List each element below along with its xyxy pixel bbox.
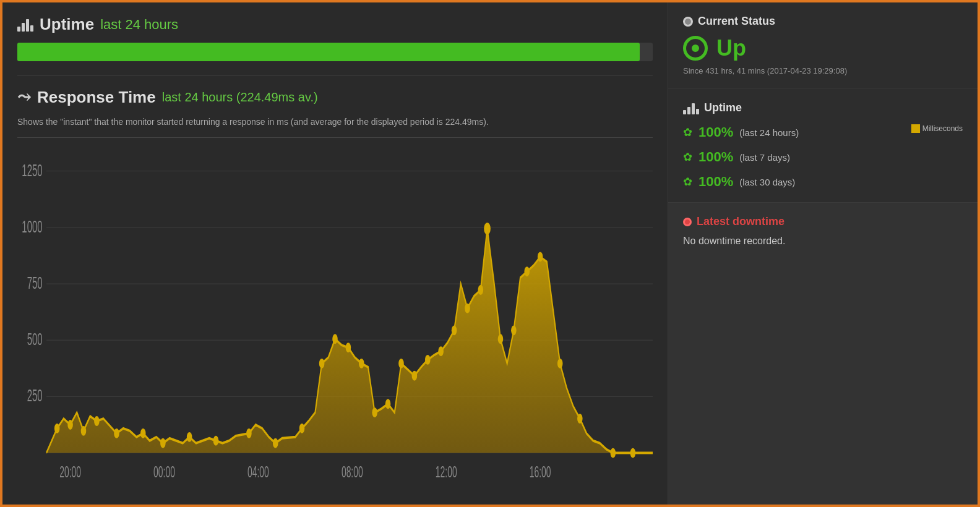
svg-point-29 [385,399,391,409]
svg-point-33 [438,346,444,356]
uptime-bar-chart-icon [683,101,699,114]
response-subtitle: last 24 hours (224.49ms av.) [162,90,318,104]
svg-point-37 [484,223,491,235]
latest-downtime-label: Latest downtime [697,215,784,228]
svg-text:750: 750 [27,273,43,292]
uptime-bar [17,43,640,61]
chart-legend: Milliseconds [911,124,963,133]
legend-label: Milliseconds [922,124,963,133]
svg-point-38 [498,334,504,344]
svg-point-23 [299,424,305,433]
latest-downtime-section: Latest downtime No downtime recorded. [668,203,978,505]
svg-text:12:00: 12:00 [436,463,457,481]
uptime-stats-section: Uptime ✿ 100% (last 24 hours) Millisecon… [668,88,978,203]
no-downtime-text: No downtime recorded. [683,236,963,247]
current-status-label: Current Status [698,15,775,28]
uptime-row-7d: ✿ 100% (last 7 days) [683,149,963,165]
svg-text:1250: 1250 [22,161,42,180]
uptime-period-30d: (last 30 days) [739,177,795,187]
svg-point-13 [67,420,73,430]
svg-point-15 [94,416,100,426]
response-label: Response Time [37,88,156,107]
status-since-text: Since 431 hrs, 41 mins (2017-04-23 19:29… [683,66,963,75]
response-chart: 1250 1000 750 500 250 [17,149,653,492]
svg-point-45 [630,448,636,458]
svg-point-36 [478,285,484,295]
svg-text:16:00: 16:00 [530,463,551,481]
svg-point-40 [524,266,530,276]
uptime-stats-title-row: Uptime [683,101,963,114]
uptime-pct-7d: 100% [698,149,733,165]
status-up-text: Up [716,35,746,61]
svg-marker-11 [46,229,653,453]
current-status-section: Current Status Up Since 431 hrs, 41 mins… [668,2,978,88]
svg-point-30 [398,359,404,369]
svg-point-31 [412,371,418,381]
uptime-bar-container [17,43,653,61]
svg-point-32 [425,355,431,365]
svg-text:250: 250 [27,386,43,405]
svg-text:00:00: 00:00 [153,463,175,481]
svg-point-34 [452,325,457,335]
uptime-subtitle: last 24 hours [100,17,178,33]
svg-point-19 [187,432,192,442]
response-section-header: ⤳ Response Time last 24 hours (224.49ms … [17,88,653,107]
svg-point-39 [511,325,517,335]
uptime-pct-30d: 100% [698,174,733,190]
svg-point-17 [140,428,146,438]
svg-point-41 [538,252,543,262]
divider-1 [17,75,653,75]
uptime-section-header: Uptime last 24 hours [17,15,653,34]
svg-point-22 [273,438,278,448]
uptime-row-30d: ✿ 100% (last 30 days) [683,174,963,190]
svg-point-25 [332,334,338,344]
svg-text:500: 500 [27,330,43,349]
svg-text:08:00: 08:00 [342,463,363,481]
downtime-dot-icon [683,218,692,226]
svg-text:1000: 1000 [22,217,42,236]
uptime-label: Uptime [40,15,94,34]
svg-point-27 [359,359,364,369]
green-star-icon-3: ✿ [683,175,692,189]
divider-2 [17,137,653,138]
svg-point-35 [465,304,470,313]
svg-point-44 [611,448,616,458]
svg-point-26 [346,343,351,352]
status-dot-icon [683,17,693,27]
downtime-title-row: Latest downtime [683,215,963,228]
svg-point-28 [372,407,377,417]
uptime-row-24h: ✿ 100% (last 24 hours) Milliseconds [683,124,963,140]
svg-point-24 [319,359,325,369]
bar-chart-icon [17,18,33,32]
uptime-pct-24h: 100% [698,124,733,140]
svg-text:20:00: 20:00 [59,463,81,481]
green-star-icon-1: ✿ [683,126,692,139]
svg-text:04:00: 04:00 [247,463,269,481]
response-description: Shows the "instant" that the monitor sta… [17,116,653,129]
svg-point-43 [577,414,583,424]
left-panel: Uptime last 24 hours ⤳ Response Time las… [2,2,668,505]
response-chart-container: 1250 1000 750 500 250 [17,149,653,492]
main-container: Uptime last 24 hours ⤳ Response Time las… [0,0,980,507]
green-star-icon-2: ✿ [683,150,692,164]
uptime-stats-label: Uptime [704,101,742,114]
status-up-circle-icon [683,36,708,61]
uptime-period-7d: (last 7 days) [739,152,790,163]
svg-point-12 [54,424,60,433]
svg-point-16 [114,428,119,438]
uptime-period-24h: (last 24 hours) [739,127,799,138]
svg-point-21 [246,428,252,438]
svg-point-14 [81,426,87,436]
svg-point-18 [160,438,166,448]
svg-point-20 [213,436,219,446]
current-status-title-row: Current Status [683,15,963,28]
response-icon: ⤳ [17,88,31,107]
right-panel: Current Status Up Since 431 hrs, 41 mins… [668,2,978,505]
svg-point-42 [557,359,563,369]
legend-color-box [911,124,920,133]
status-up-container: Up [683,35,963,61]
